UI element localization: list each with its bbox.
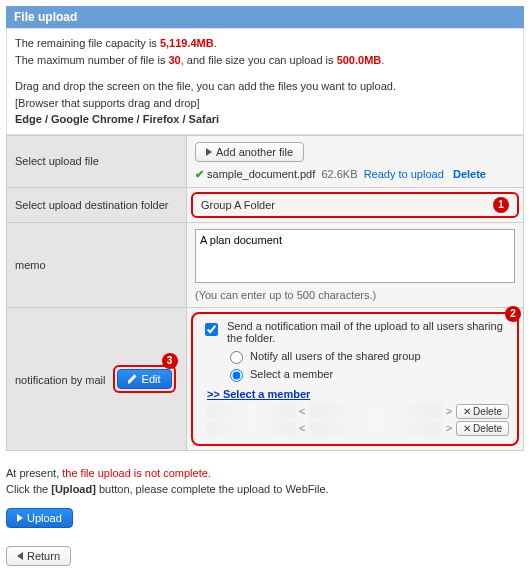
play-icon: [206, 148, 212, 156]
member-email-redacted: [310, 421, 442, 435]
member-name-redacted: [207, 421, 295, 435]
memo-hint: (You can enter up to 500 characters.): [195, 289, 515, 301]
member-delete-button[interactable]: ✕ Delete: [456, 404, 509, 419]
member-email-redacted: [310, 404, 442, 418]
upload-status-note: At present, the file upload is not compl…: [6, 465, 524, 498]
notif-label: notification by mail: [15, 374, 106, 386]
drag-hint: Drag and drop the screen on the file, yo…: [15, 78, 515, 95]
maxfiles-pre: The maximum number of file is: [15, 54, 168, 66]
file-row: ✔ sample_document.pdf 62.6KB Ready to up…: [195, 168, 515, 181]
max-files: 30: [168, 54, 180, 66]
pencil-icon: [128, 374, 138, 384]
radio-select[interactable]: [230, 369, 243, 382]
dest-folder-highlight: Group A Folder 1: [191, 192, 519, 218]
check-icon: ✔: [195, 168, 204, 180]
max-size: 500.0MB: [337, 54, 382, 66]
member-row: < > ✕ Delete: [207, 404, 509, 419]
return-button[interactable]: Return: [6, 546, 71, 566]
select-file-label: Select upload file: [15, 155, 99, 167]
edit-button-highlight: 3 Edit: [113, 365, 176, 393]
member-row: < > ✕ Delete: [207, 421, 509, 436]
member-delete-button[interactable]: ✕ Delete: [456, 421, 509, 436]
maxsize-mid: , and file size you can upload is: [181, 54, 337, 66]
memo-textarea[interactable]: [195, 229, 515, 283]
memo-label-cell: memo: [7, 222, 187, 307]
capacity-remaining: 5,119.4MB: [160, 37, 214, 49]
callout-marker-2: 2: [505, 306, 521, 322]
x-icon: ✕: [463, 406, 471, 417]
notif-checkbox-label: Send a notification mail of the upload t…: [227, 320, 509, 344]
page-header: File upload: [6, 6, 524, 28]
file-size: 62.6KB: [321, 168, 357, 180]
memo-cell: (You can enter up to 500 characters.): [187, 222, 524, 307]
browser-hint: [Browser that supports drag and drop]: [15, 95, 515, 112]
callout-marker-1: 1: [493, 197, 509, 213]
dest-label-cell: Select upload destination folder: [7, 187, 187, 222]
dest-label: Select upload destination folder: [15, 199, 169, 211]
notif-highlight: 2 Send a notification mail of the upload…: [191, 312, 519, 446]
notif-cell: 2 Send a notification mail of the upload…: [187, 307, 524, 450]
capacity-pre: The remaining file capacity is: [15, 37, 160, 49]
file-status: Ready to upload: [364, 168, 444, 180]
play-icon: [17, 514, 23, 522]
member-name-redacted: [207, 404, 295, 418]
upload-warning: the file upload is not complete.: [62, 467, 211, 479]
add-another-file-button[interactable]: Add another file: [195, 142, 304, 162]
file-delete-link[interactable]: Delete: [453, 168, 486, 180]
radio-all[interactable]: [230, 351, 243, 364]
dest-folder-name[interactable]: Group A Folder: [201, 199, 489, 211]
notif-label-cell: notification by mail 3 Edit: [7, 307, 187, 450]
select-member-link[interactable]: >> Select a member: [207, 388, 509, 400]
x-icon: ✕: [463, 423, 471, 434]
browser-list: Edge / Google Chrome / Firefox / Safari: [15, 111, 515, 128]
back-icon: [17, 552, 23, 560]
select-file-label-cell: Select upload file: [7, 135, 187, 187]
edit-button[interactable]: Edit: [117, 369, 172, 389]
info-box: The remaining file capacity is 5,119.4MB…: [6, 28, 524, 135]
upload-button[interactable]: Upload: [6, 508, 73, 528]
form-table: Select upload file Add another file ✔ sa…: [6, 135, 524, 451]
callout-marker-3: 3: [162, 353, 178, 369]
dest-cell: Group A Folder 1: [187, 187, 524, 222]
file-name: sample_document.pdf: [207, 168, 315, 180]
select-file-cell: Add another file ✔ sample_document.pdf 6…: [187, 135, 524, 187]
radio-select-label[interactable]: Select a member: [225, 366, 509, 382]
memo-label: memo: [15, 259, 46, 271]
radio-all-label[interactable]: Notify all users of the shared group: [225, 348, 509, 364]
notif-checkbox[interactable]: [205, 323, 218, 336]
page-title: File upload: [14, 10, 77, 24]
